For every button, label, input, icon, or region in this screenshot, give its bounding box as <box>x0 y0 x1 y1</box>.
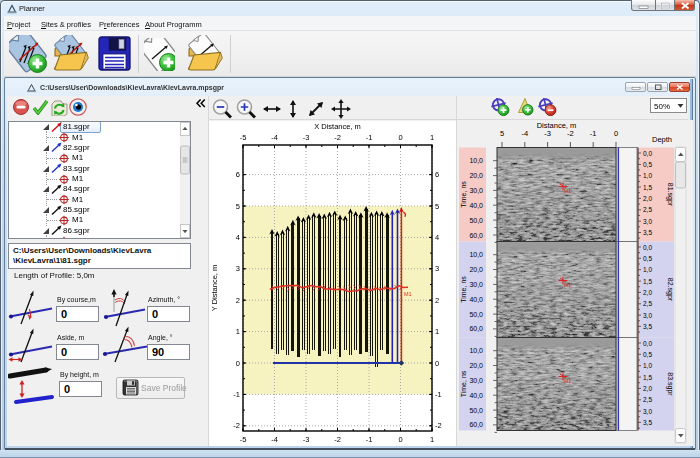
svg-text:50%: 50% <box>654 102 670 111</box>
svg-text:Depth: Depth <box>652 135 672 144</box>
svg-text:1,0: 1,0 <box>643 266 652 273</box>
svg-text:-2: -2 <box>567 129 574 138</box>
svg-text:50,0: 50,0 <box>469 407 483 414</box>
svg-text:1,5: 1,5 <box>643 374 652 381</box>
svg-text:-4: -4 <box>271 435 278 444</box>
svg-text:0: 0 <box>614 129 618 138</box>
svg-text:30,0: 30,0 <box>469 187 483 194</box>
svg-text:5: 5 <box>236 202 240 211</box>
svg-text:1: 1 <box>236 327 240 336</box>
svg-text:3: 3 <box>236 264 240 273</box>
svg-text:1: 1 <box>435 327 439 336</box>
svg-text:10,0: 10,0 <box>469 347 483 354</box>
svg-text:2: 2 <box>435 296 439 305</box>
svg-text:2,5: 2,5 <box>643 206 652 213</box>
svg-text:Y Distance, m: Y Distance, m <box>210 265 219 312</box>
svg-text:-1: -1 <box>435 390 442 399</box>
svg-text:6: 6 <box>236 170 240 179</box>
svg-text:3,0: 3,0 <box>643 408 652 415</box>
svg-text:Time, ns: Time, ns <box>460 181 467 208</box>
svg-text:0,0: 0,0 <box>643 244 652 251</box>
svg-text:60,0: 60,0 <box>469 421 483 428</box>
svg-text:M1: M1 <box>564 188 571 194</box>
svg-text:1,0: 1,0 <box>643 362 652 369</box>
svg-text:2: 2 <box>236 296 240 305</box>
svg-text:Time, ns: Time, ns <box>460 370 467 397</box>
svg-text:-1: -1 <box>233 390 240 399</box>
svg-text:4: 4 <box>236 233 240 242</box>
svg-text:-1: -1 <box>366 133 373 142</box>
svg-text:0,0: 0,0 <box>643 150 652 157</box>
svg-text:3: 3 <box>435 264 439 273</box>
svg-text:-3: -3 <box>544 129 551 138</box>
svg-text:-2: -2 <box>334 435 341 444</box>
svg-text:3,0: 3,0 <box>643 312 652 319</box>
svg-text:-4: -4 <box>521 129 528 138</box>
svg-text:M1: M1 <box>564 378 571 384</box>
svg-text:1,0: 1,0 <box>643 172 652 179</box>
svg-text:30,0: 30,0 <box>469 281 483 288</box>
svg-text:40,0: 40,0 <box>469 296 483 303</box>
svg-text:60,0: 60,0 <box>469 232 483 239</box>
svg-text:50,0: 50,0 <box>469 311 483 318</box>
svg-text:3,5: 3,5 <box>643 323 652 330</box>
svg-text:1,5: 1,5 <box>643 184 652 191</box>
svg-text:5: 5 <box>435 202 439 211</box>
svg-text:0,5: 0,5 <box>643 351 652 358</box>
svg-text:3,0: 3,0 <box>643 218 652 225</box>
svg-text:4: 4 <box>435 233 439 242</box>
svg-text:1: 1 <box>430 435 434 444</box>
svg-text:-4: -4 <box>271 133 278 142</box>
svg-text:3,5: 3,5 <box>643 419 652 426</box>
svg-text:2,5: 2,5 <box>643 396 652 403</box>
svg-text:60,0: 60,0 <box>469 325 483 332</box>
svg-text:M1: M1 <box>404 291 412 297</box>
svg-text:5: 5 <box>500 129 504 138</box>
svg-text:82.sgpr: 82.sgpr <box>666 278 674 302</box>
svg-text:6: 6 <box>435 170 439 179</box>
svg-text:0: 0 <box>398 133 402 142</box>
svg-text:-3: -3 <box>303 435 310 444</box>
svg-text:-5: -5 <box>240 133 247 142</box>
svg-text:0: 0 <box>435 359 439 368</box>
svg-text:83.sgpr: 83.sgpr <box>666 372 674 396</box>
svg-text:2,0: 2,0 <box>643 289 652 296</box>
svg-text:M1: M1 <box>564 282 571 288</box>
svg-text:-3: -3 <box>303 133 310 142</box>
svg-text:0: 0 <box>398 435 402 444</box>
svg-text:3,5: 3,5 <box>643 229 652 236</box>
svg-text:-2: -2 <box>233 421 240 430</box>
svg-text:-1: -1 <box>590 129 597 138</box>
svg-text:20,0: 20,0 <box>469 172 483 179</box>
svg-text:20,0: 20,0 <box>469 266 483 273</box>
svg-text:X Distance, m: X Distance, m <box>314 122 361 131</box>
svg-text:0: 0 <box>236 359 240 368</box>
svg-text:20,0: 20,0 <box>469 362 483 369</box>
svg-text:-2: -2 <box>435 421 442 430</box>
svg-text:10,0: 10,0 <box>469 157 483 164</box>
svg-text:-5: -5 <box>240 435 247 444</box>
svg-text:2,0: 2,0 <box>643 385 652 392</box>
svg-text:Time, ns: Time, ns <box>460 276 467 303</box>
svg-text:50,0: 50,0 <box>469 217 483 224</box>
svg-text:-2: -2 <box>334 133 341 142</box>
svg-text:0,5: 0,5 <box>643 161 652 168</box>
svg-text:81.sgpr: 81.sgpr <box>666 183 674 207</box>
svg-text:10,0: 10,0 <box>469 251 483 258</box>
svg-text:40,0: 40,0 <box>469 202 483 209</box>
svg-text:1,5: 1,5 <box>643 278 652 285</box>
svg-text:0,0: 0,0 <box>643 340 652 347</box>
svg-text:-1: -1 <box>366 435 373 444</box>
svg-text:30,0: 30,0 <box>469 377 483 384</box>
svg-text:2,5: 2,5 <box>643 300 652 307</box>
svg-text:40,0: 40,0 <box>469 392 483 399</box>
svg-text:2,0: 2,0 <box>643 195 652 202</box>
svg-text:1: 1 <box>430 133 434 142</box>
svg-text:0,5: 0,5 <box>643 255 652 262</box>
